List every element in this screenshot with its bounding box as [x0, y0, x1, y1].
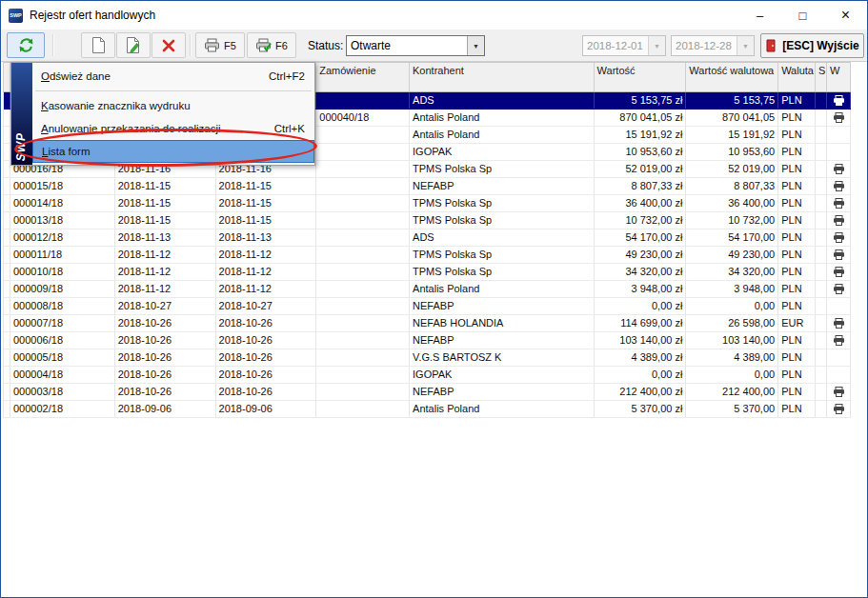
cell-s [816, 349, 827, 366]
printer-icon [833, 164, 845, 174]
cell-kontrahent: NEFAB HOLANDIA [410, 315, 595, 331]
cell-data2: 2018-11-15 [216, 178, 317, 194]
chevron-down-icon[interactable]: ▼ [648, 36, 665, 55]
print-f5-label: F5 [224, 40, 236, 51]
cell-numer: 000015/18 [10, 178, 115, 194]
date-from-field[interactable]: 2018-12-01 ▼ [582, 35, 666, 56]
cell-waluta: PLN [778, 264, 816, 280]
delete-button[interactable] [151, 32, 186, 58]
column-header[interactable]: Kontrahent [410, 63, 595, 91]
cell-wartosc_walutowa: 5 370,00 [686, 401, 778, 417]
table-row[interactable]: 000007/182018-10-262018-10-26NEFAB HOLAN… [4, 315, 851, 332]
column-header[interactable]: S [816, 63, 827, 91]
date-to-field[interactable]: 2018-12-28 ▼ [671, 35, 755, 56]
close-button[interactable]: × [824, 1, 867, 30]
menu-item-lista-form[interactable]: Lista form [32, 140, 314, 163]
printer-icon [833, 249, 845, 260]
window-title: Rejestr ofert handlowych [30, 9, 155, 22]
print-confirm-f6-button[interactable]: F6 [247, 32, 296, 58]
cell-wartosc_walutowa: 0,00 [686, 298, 778, 314]
cell-data2: 2018-10-26 [216, 367, 317, 383]
refresh-icon [18, 37, 34, 53]
table-row[interactable]: 000003/182018-10-262018-10-26NEFABP212 4… [4, 384, 851, 401]
cell-marker [4, 161, 10, 177]
table-row[interactable]: 000002/182018-09-062018-09-06Antalis Pol… [4, 401, 851, 418]
cell-data1: 2018-11-13 [115, 229, 216, 246]
table-row[interactable]: 000013/182018-11-152018-11-15TPMS Polska… [4, 212, 851, 229]
cell-s [816, 92, 827, 109]
status-combobox[interactable]: Otwarte ▼ [346, 35, 485, 56]
cell-w [827, 178, 851, 194]
cell-marker [4, 178, 10, 194]
cell-data1: 2018-10-26 [115, 384, 216, 400]
cell-zamowienie [316, 281, 410, 297]
printer-icon [833, 404, 845, 414]
cell-wartosc: 103 140,00 zł [595, 332, 687, 349]
maximize-button[interactable]: □ [781, 1, 824, 30]
menu-item-cancel-transfer[interactable]: Anulowanie przekazania do realizacji Ctr… [32, 117, 314, 140]
cell-wartosc_walutowa: 52 019,00 [686, 161, 778, 177]
exit-button[interactable]: [ESC] Wyjście [760, 33, 864, 58]
menu-item-refresh-data[interactable]: Odśwież dane Ctrl+F2 [32, 65, 314, 88]
chevron-down-icon[interactable]: ▼ [467, 36, 484, 55]
cell-zamowienie [316, 92, 410, 109]
date-to-value: 2018-12-28 [672, 40, 737, 51]
cell-kontrahent: Antalis Poland [410, 110, 595, 126]
menu-item-clear-print-marker[interactable]: Kasowanie znacznika wydruku [32, 94, 314, 117]
cell-kontrahent: TPMS Polska Sp [410, 247, 595, 263]
cell-numer: 000008/18 [10, 298, 115, 314]
cell-zamowienie: 000040/18 [316, 110, 410, 126]
cell-wartosc_walutowa: 5 153,75 [686, 92, 778, 109]
cell-wartosc_walutowa: 34 320,00 [686, 264, 778, 280]
cell-wartosc_walutowa: 49 230,00 [686, 247, 778, 263]
printer-icon [833, 215, 845, 226]
cell-marker [4, 401, 10, 417]
column-header[interactable]: W [827, 63, 851, 91]
cell-data2: 2018-11-13 [216, 229, 317, 246]
column-header[interactable]: Wartość [595, 63, 687, 91]
edit-offer-button[interactable] [116, 32, 151, 58]
cell-zamowienie [316, 178, 410, 194]
chevron-down-icon[interactable]: ▼ [737, 36, 754, 55]
cell-wartosc: 8 807,33 zł [595, 178, 687, 194]
cell-kontrahent: IGOPAK [410, 367, 595, 383]
new-offer-button[interactable] [81, 32, 115, 58]
cell-marker [4, 315, 10, 331]
table-row[interactable]: 000010/182018-11-122018-11-12TPMS Polska… [4, 264, 851, 281]
cell-zamowienie [316, 384, 410, 400]
minimize-button[interactable]: – [738, 1, 781, 30]
cell-waluta: EUR [778, 315, 816, 331]
cell-data2: 2018-10-26 [216, 384, 317, 400]
cell-zamowienie [316, 315, 410, 331]
table-row[interactable]: 000006/182018-10-262018-10-26NEFABP103 1… [4, 332, 851, 349]
column-header[interactable]: Zamówienie [316, 63, 410, 91]
cell-kontrahent: Antalis Poland [410, 401, 595, 417]
exit-door-icon [765, 39, 777, 52]
table-row[interactable]: 000005/182018-10-262018-10-26V.G.S BARTO… [4, 349, 851, 367]
cell-data1: 2018-11-15 [115, 178, 216, 194]
table-row[interactable]: 000008/182018-10-272018-10-27NEFABP0,00 … [4, 298, 851, 315]
table-row[interactable]: 000011/182018-11-122018-11-12TPMS Polska… [4, 247, 851, 264]
toolbar-separator [190, 34, 192, 56]
column-header[interactable]: Wartość walutowa [686, 63, 778, 91]
cell-data1: 2018-11-15 [115, 195, 216, 211]
cell-wartosc: 49 230,00 zł [595, 247, 687, 263]
print-f5-button[interactable]: F5 [195, 32, 245, 58]
cell-data2: 2018-10-27 [216, 298, 317, 314]
column-header[interactable]: Waluta [778, 63, 816, 91]
cell-waluta: PLN [778, 127, 816, 143]
refresh-button[interactable] [7, 32, 45, 58]
cell-w [827, 92, 851, 109]
cell-data1: 2018-10-26 [115, 349, 216, 366]
table-row[interactable]: 000004/182018-10-262018-10-26IGOPAK0,00 … [4, 367, 851, 384]
cell-marker [4, 127, 10, 143]
printer-icon [204, 38, 220, 52]
cell-wartosc_walutowa: 54 170,00 [686, 229, 778, 246]
cell-data1: 2018-10-27 [115, 298, 216, 314]
table-row[interactable]: 000009/182018-11-122018-11-12Antalis Pol… [4, 281, 851, 298]
table-row[interactable]: 000012/182018-11-132018-11-13ADS54 170,0… [4, 229, 851, 247]
table-row[interactable]: 000015/182018-11-152018-11-15NEFABP8 807… [4, 178, 851, 195]
table-row[interactable]: 000014/182018-11-152018-11-15TPMS Polska… [4, 195, 851, 212]
column-header[interactable] [4, 63, 10, 91]
cell-wartosc_walutowa: 26 598,00 [686, 315, 778, 331]
